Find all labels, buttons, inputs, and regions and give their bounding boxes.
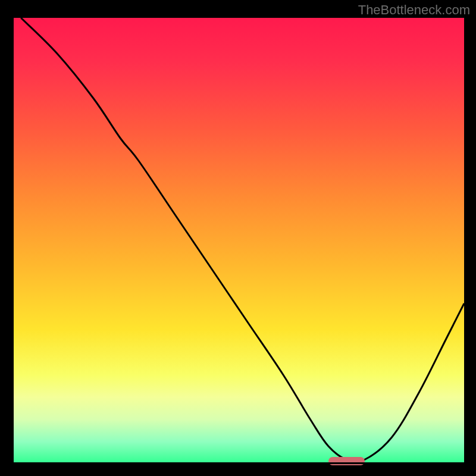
chart-container: TheBottleneck.com: [0, 0, 476, 476]
bottleneck-curve: [21, 18, 464, 462]
curve-svg: [12, 18, 464, 464]
x-axis: [12, 462, 464, 464]
watermark-text: TheBottleneck.com: [358, 2, 470, 18]
y-axis: [12, 18, 14, 464]
optimal-marker: [328, 457, 365, 465]
plot-area: [12, 18, 464, 464]
